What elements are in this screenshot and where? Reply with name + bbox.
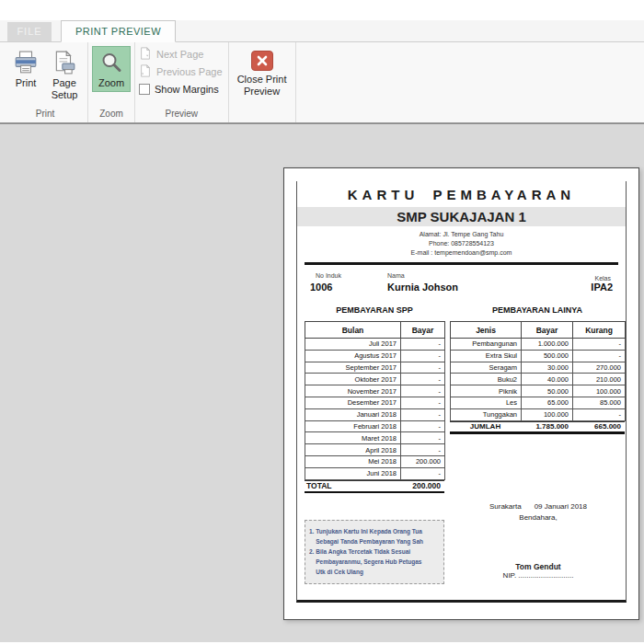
table-cell: - [401, 397, 445, 408]
table-row: April 2018- [305, 444, 445, 456]
school-phone: Phone: 085728554123 [297, 239, 626, 248]
table-row: Piknik50.000100.000 [451, 385, 626, 397]
table-cell: Extra Skul [451, 350, 522, 362]
table-row: Oktober 2017- [305, 374, 445, 385]
document-page[interactable]: KARTU PEMBAYARAN SMP SUKAJAJAN 1 Alamat:… [283, 167, 639, 620]
signature-date: 09 Januari 2018 [535, 502, 587, 511]
tab-file[interactable]: FILE [7, 22, 52, 41]
show-margins-toggle[interactable]: Show Margins [139, 81, 223, 97]
table-cell: Tunggakan [451, 408, 522, 420]
print-button[interactable]: Print [6, 46, 45, 92]
table-row: Februari 2018- [305, 420, 445, 432]
signature-name: Tom Gendut [455, 562, 621, 571]
ribbon-group-close: Close Print Preview [229, 42, 296, 122]
note-line: 2. Bila Angka Tercetak Tidak Sesuai [309, 546, 440, 557]
spp-header-row: Bulan Bayar [305, 322, 445, 339]
note-line: Sebagai Tanda Pembayaran Yang Sah [309, 536, 440, 546]
table-row: Tunggakan100.000- [451, 408, 626, 420]
payment-card: KARTU PEMBAYARAN SMP SUKAJAJAN 1 Alamat:… [296, 181, 627, 603]
page-setup-button[interactable]: Page Setup [45, 46, 84, 104]
printer-icon [14, 51, 38, 75]
document-title: KARTU PEMBAYARAN [297, 187, 626, 202]
zoom-button[interactable]: Zoom [92, 46, 131, 92]
table-cell: Agustus 2017 [305, 350, 401, 362]
print-group-content: Print Page Setup [3, 42, 87, 108]
signature-city: Surakarta [489, 502, 522, 511]
table-row: Seragam30.000270.000 [451, 362, 626, 374]
table-cell: - [401, 432, 445, 444]
next-page-label: Next Page [156, 49, 203, 60]
no-induk-value: 1006 [310, 282, 332, 293]
notes-box: 1. Tunjukan Kartu Ini Kepada Orang Tua S… [305, 520, 444, 584]
next-page-icon [139, 47, 152, 62]
table-row: Maret 2018- [305, 432, 445, 444]
spp-table: Bulan Bayar Juli 2017-Agustus 2017-Septe… [305, 321, 445, 480]
print-preview-surface[interactable]: KARTU PEMBAYARAN SMP SUKAJAJAN 1 Alamat:… [0, 123, 644, 642]
table-row: Juli 2017- [305, 339, 445, 351]
table-row: Buku240.000210.000 [451, 374, 626, 385]
table-cell: September 2017 [305, 362, 401, 374]
signature-place-date: Surakarta09 Januari 2018 [455, 502, 621, 511]
table-row: Juni 2018- [305, 467, 445, 479]
school-address: Alamat: Jl. Tempe Gang Tahu [297, 230, 626, 239]
print-group-label: Print [3, 108, 87, 122]
table-cell: Desember 2017 [305, 397, 401, 408]
signature-block: Surakarta09 Januari 2018 Bendahara, Tom … [455, 502, 621, 580]
table-cell: Seragam [451, 362, 522, 374]
table-cell: 30.000 [522, 362, 573, 374]
spp-total-row: TOTAL 200.000 [305, 480, 444, 493]
tab-print-preview[interactable]: PRINT PREVIEW [61, 20, 176, 42]
table-cell: 270.000 [573, 362, 626, 374]
kelas-label: Kelas [594, 275, 611, 282]
ribbon: Print Page Setup Print [0, 42, 644, 123]
show-margins-label: Show Margins [155, 84, 219, 95]
table-cell: 65.000 [522, 397, 573, 408]
close-print-preview-button[interactable]: Close Print Preview [233, 46, 292, 100]
table-cell: - [401, 467, 445, 479]
table-cell: April 2018 [305, 444, 401, 456]
table-cell: 40.000 [522, 374, 573, 385]
page-setup-icon [52, 51, 76, 75]
jumlah-kurang: 665.000 [572, 422, 625, 431]
spp-total-value: 200.000 [412, 481, 444, 490]
ribbon-group-print: Print Page Setup Print [3, 42, 88, 122]
next-page-button[interactable]: Next Page [139, 46, 223, 62]
table-cell: Juni 2018 [305, 467, 401, 479]
table-cell: Maret 2018 [305, 432, 401, 444]
close-group-label [229, 108, 295, 122]
close-icon [251, 51, 273, 71]
table-cell: - [401, 374, 445, 385]
jumlah-bayar: 1.785.000 [521, 422, 572, 431]
table-cell: Mei 2018 [305, 455, 401, 467]
close-print-preview-label: Close Print Preview [236, 74, 289, 98]
table-row: November 2017- [305, 385, 445, 397]
table-cell: Oktober 2017 [305, 374, 401, 385]
table-row: Desember 2017- [305, 397, 445, 408]
table-cell: 500.000 [522, 350, 573, 362]
spp-header-bulan: Bulan [305, 322, 401, 339]
table-cell: - [401, 420, 445, 432]
preview-group-content: Next Page Previous Page Show Margins [135, 42, 228, 108]
table-cell: - [401, 444, 445, 456]
table-cell: - [401, 408, 445, 420]
lainya-table: Jenis Bayar Kurang Pembangunan1.000.000-… [450, 321, 626, 421]
spp-header-bayar: Bayar [401, 322, 445, 339]
table-cell: Pembangunan [451, 339, 522, 351]
table-cell: - [401, 339, 445, 351]
table-cell: Februari 2018 [305, 420, 401, 432]
school-name: SMP SUKAJAJAN 1 [297, 207, 626, 226]
table-row: September 2017- [305, 362, 445, 374]
table-row: Extra Skul500.000- [451, 350, 626, 362]
table-cell: 50.000 [522, 385, 573, 397]
table-cell: November 2017 [305, 385, 401, 397]
show-margins-checkbox[interactable] [139, 84, 150, 95]
nama-label: Nama [387, 272, 405, 279]
titlebar [0, 0, 644, 20]
table-row: Mei 2018200.000 [305, 455, 445, 467]
table-cell: - [401, 350, 445, 362]
previous-page-button[interactable]: Previous Page [139, 63, 223, 79]
table-cell: 210.000 [573, 374, 626, 385]
school-contacts: Alamat: Jl. Tempe Gang Tahu Phone: 08572… [297, 230, 626, 258]
table-row: Januari 2018- [305, 408, 445, 420]
zoom-group-label: Zoom [88, 108, 134, 122]
